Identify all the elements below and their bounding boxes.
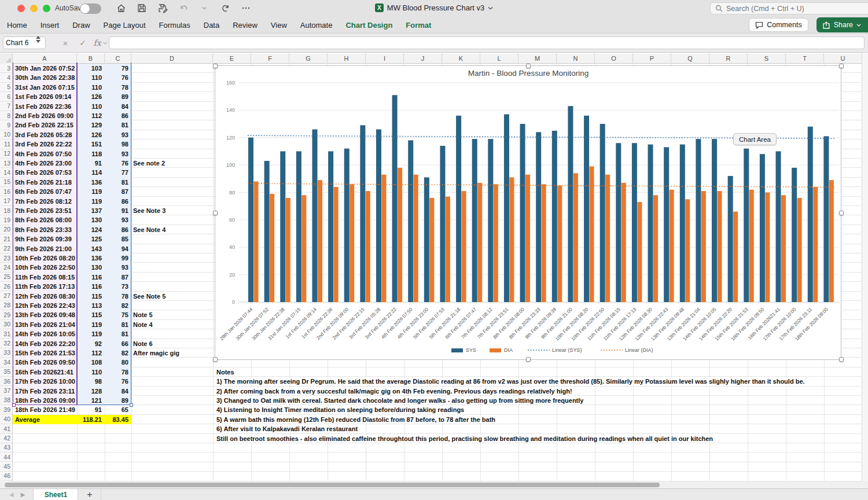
menu-tab-automate[interactable]: Automate [300, 21, 333, 30]
row-header-41[interactable]: 41 [0, 424, 12, 433]
cell-sys-b24[interactable]: 130 [77, 263, 105, 272]
cell-date-a18[interactable]: 7th Feb 2026 23:51 [13, 206, 77, 215]
cell-sys-b34[interactable]: 108 [77, 358, 105, 367]
cell-sys-b29[interactable]: 115 [77, 310, 105, 319]
confirm-entry-icon[interactable]: ✓ [76, 36, 89, 49]
cell-date-a22[interactable]: 9th Feb 2026 21:00 [13, 244, 77, 253]
menu-tab-insert[interactable]: Insert [41, 21, 60, 30]
cell-sys-b39[interactable]: 91 [77, 405, 105, 414]
cell-dia-c20[interactable]: 86 [105, 225, 131, 234]
cell-sys-b33[interactable]: 112 [77, 348, 105, 358]
cell-sys-b17[interactable]: 119 [77, 197, 105, 206]
cell-dia-c19[interactable]: 93 [105, 215, 131, 225]
cell-sys-b5[interactable]: 110 [77, 83, 105, 92]
cell-date-a25[interactable]: 11th Feb 2026 08:15 [13, 273, 77, 282]
cell-sys-b28[interactable]: 113 [77, 301, 105, 310]
cell-date-a26[interactable]: 11th Feb 2026 17:13 [13, 282, 77, 291]
cell-date-a8[interactable]: 2nd Feb 2026 09:00 [13, 111, 77, 120]
row-header-46[interactable]: 46 [0, 472, 12, 481]
cell-dia-c16[interactable]: 87 [105, 187, 131, 196]
column-header-N[interactable]: N [557, 53, 595, 64]
column-header-R[interactable]: R [709, 53, 748, 64]
row-header-29[interactable]: 29 [0, 310, 12, 319]
series-range-handle[interactable] [130, 403, 133, 407]
row-header-25[interactable]: 25 [0, 273, 12, 282]
row-header-6[interactable]: 6 [0, 92, 12, 101]
chart-selection-handle[interactable] [213, 211, 218, 215]
cell-dia-c37[interactable]: 84 [105, 387, 131, 396]
sheet-tab-sheet1[interactable]: Sheet1 [33, 489, 78, 500]
row-header-27[interactable]: 27 [0, 291, 12, 300]
cell-sys-b4[interactable]: 110 [77, 73, 105, 82]
row-header-8[interactable]: 8 [0, 111, 12, 120]
search-input[interactable] [726, 5, 842, 13]
cell-date-a34[interactable]: 16th Feb 2026 09:50 [13, 358, 77, 367]
row-header-45[interactable]: 45 [0, 462, 12, 471]
cell-sys-b16[interactable]: 119 [77, 187, 105, 196]
cell-date-a9[interactable]: 2nd Feb 2026 22:15 [13, 120, 77, 130]
cell-dia-c38[interactable]: 89 [105, 396, 131, 405]
cell-dia-c7[interactable]: 84 [105, 102, 131, 111]
row-header-34[interactable]: 34 [0, 358, 12, 367]
column-header-E[interactable]: E [213, 53, 251, 64]
menu-tab-page-layout[interactable]: Page Layout [104, 21, 146, 30]
row-header-42[interactable]: 42 [0, 433, 12, 443]
column-header-O[interactable]: O [595, 53, 633, 64]
menu-tab-home[interactable]: Home [7, 21, 27, 30]
cell-date-a15[interactable]: 5th Feb 2026 21:18 [13, 178, 77, 187]
cell-date-a29[interactable]: 13th Feb 2026 09:48 [13, 310, 77, 319]
cell-sys-b19[interactable]: 130 [77, 215, 105, 225]
cell-sys-b27[interactable]: 115 [77, 292, 105, 301]
cell-date-a32[interactable]: 14th Feb 2026 22:20 [13, 339, 77, 348]
cell-dia-c10[interactable]: 93 [105, 130, 131, 139]
cell-dia-c4[interactable]: 76 [105, 73, 131, 82]
row-header-15[interactable]: 15 [0, 178, 12, 187]
row-header-23[interactable]: 23 [0, 253, 12, 263]
note-line-7[interactable]: Still on beetroot smoothies - also elimi… [215, 434, 866, 443]
cell-date-a13[interactable]: 4th Feb 2026 23:00 [13, 159, 77, 168]
column-header-T[interactable]: T [786, 53, 824, 64]
cell-date-a40[interactable]: Average [13, 415, 77, 424]
cell-date-a30[interactable]: 13th Feb 2026 21:04 [13, 320, 77, 329]
cell-date-a14[interactable]: 5th Feb 2026 07:53 [13, 168, 77, 177]
row-header-5[interactable]: 5 [0, 83, 12, 92]
cell-date-a36[interactable]: 17th Feb 2026 10:00 [13, 377, 77, 386]
share-button[interactable]: Share [816, 17, 868, 32]
column-header-F[interactable]: F [251, 53, 289, 64]
menu-tab-review[interactable]: Review [233, 21, 258, 30]
cell-dia-c22[interactable]: 94 [105, 244, 131, 253]
cell-dia-c9[interactable]: 81 [105, 120, 131, 130]
chart-selection-handle[interactable] [213, 64, 218, 68]
cell-date-a21[interactable]: 9th Feb 2026 09:39 [13, 234, 77, 244]
note-line-3[interactable]: 3) Changed to Oat milk with cereal. Star… [215, 396, 866, 405]
cell-date-a38[interactable]: 18th Feb 2026 09:00 [13, 396, 77, 405]
menu-tab-chart-design[interactable]: Chart Design [345, 21, 392, 30]
column-header-A[interactable]: A [13, 53, 77, 64]
column-header-D[interactable]: D [131, 53, 213, 64]
cell-sys-b3[interactable]: 103 [77, 64, 105, 73]
fx-chevron-icon[interactable] [102, 36, 108, 49]
chart-selection-handle[interactable] [839, 357, 844, 362]
cell-sys-b14[interactable]: 114 [77, 168, 105, 177]
cell-date-a19[interactable]: 8th Feb 2026 08:00 [13, 215, 77, 225]
row-header-19[interactable]: 19 [0, 215, 12, 225]
row-header-20[interactable]: 20 [0, 225, 12, 234]
cell-dia-c34[interactable]: 80 [105, 358, 131, 367]
cell-dia-c18[interactable]: 91 [105, 206, 131, 215]
cell-dia-c12[interactable]: 93 [105, 149, 131, 159]
cell-sys-b15[interactable]: 136 [77, 178, 105, 187]
column-header-B[interactable]: B [77, 53, 105, 64]
cell-dia-c24[interactable]: 93 [105, 263, 131, 272]
cell-dia-c23[interactable]: 99 [105, 253, 131, 263]
cell-sys-b38[interactable]: 121 [77, 396, 105, 405]
row-header-37[interactable]: 37 [0, 386, 12, 395]
menu-tab-format[interactable]: Format [406, 21, 431, 30]
row-header-36[interactable]: 36 [0, 377, 12, 386]
note-line-4[interactable]: 4) Listening to Insight Timer meditation… [215, 405, 866, 414]
column-header-P[interactable]: P [633, 53, 671, 64]
select-all-corner[interactable] [0, 53, 13, 64]
cell-sys-b11[interactable]: 151 [77, 139, 105, 149]
cell-date-a23[interactable]: 10th Feb 2026 08:20 [13, 253, 77, 263]
column-header-H[interactable]: H [328, 53, 366, 64]
cell-dia-c39[interactable]: 65 [105, 405, 131, 414]
